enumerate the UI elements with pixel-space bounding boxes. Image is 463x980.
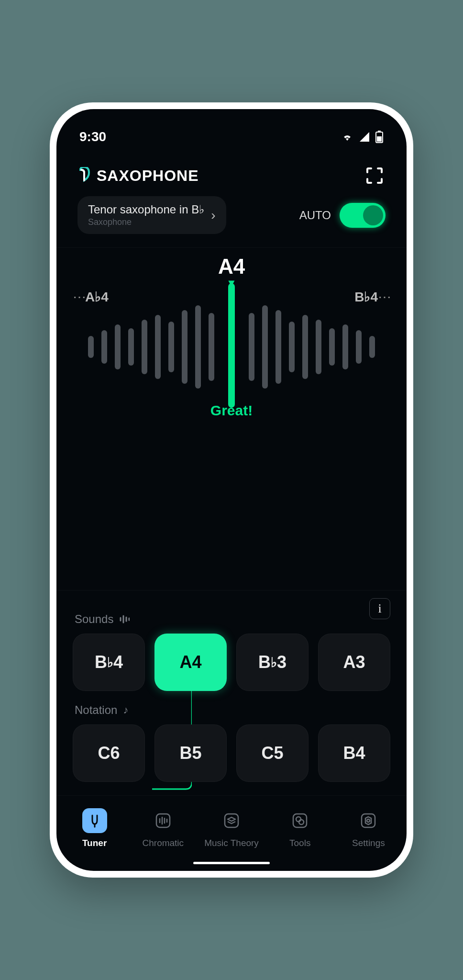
tuner-display: A4 ▼ ⋯ A♭4 B♭4 ⋯	[56, 247, 407, 506]
svg-rect-20	[342, 324, 348, 369]
auto-toggle-group: AUTO	[299, 203, 386, 228]
settings-icon	[356, 808, 381, 833]
svg-rect-5	[115, 324, 121, 369]
notation-pitch-B4[interactable]: B4	[318, 724, 390, 782]
status-time: 9:30	[79, 129, 106, 145]
nav-label: Music Theory	[204, 838, 259, 848]
signal-icon	[359, 132, 370, 142]
svg-rect-9	[168, 322, 174, 372]
status-icons	[341, 131, 384, 143]
svg-rect-21	[356, 330, 362, 364]
svg-rect-16	[289, 322, 295, 372]
nav-item-music-theory[interactable]: Music Theory	[197, 808, 265, 848]
nav-label: Tuner	[82, 838, 107, 848]
notation-pitch-B5[interactable]: B5	[154, 724, 227, 782]
svg-rect-22	[369, 336, 375, 358]
svg-rect-2	[377, 136, 382, 142]
note-icon: ♪	[123, 704, 128, 716]
current-note: A4	[73, 255, 390, 278]
music-theory-icon	[219, 808, 244, 833]
battery-icon	[375, 131, 384, 143]
meter-graphic	[78, 278, 385, 412]
nav-item-settings[interactable]: Settings	[334, 808, 403, 848]
notation-pitch-C6[interactable]: C6	[73, 724, 145, 782]
device-frame: 9:30 SAXOPHONE	[50, 102, 413, 878]
chevron-right-icon: ›	[211, 208, 215, 223]
svg-rect-19	[329, 328, 335, 366]
app-header: SAXOPHONE	[56, 147, 407, 196]
auto-toggle[interactable]	[340, 203, 386, 228]
pitch-meter	[73, 281, 390, 410]
instrument-name: Tenor saxophone in B♭	[88, 203, 204, 216]
sounds-pitch-B♭3[interactable]: B♭3	[236, 634, 309, 691]
instrument-category: Saxophone	[88, 217, 204, 227]
sounds-label-row: Sounds	[75, 612, 388, 626]
svg-rect-12	[209, 313, 214, 381]
auto-label: AUTO	[299, 209, 331, 222]
svg-rect-10	[182, 310, 187, 384]
svg-rect-3	[88, 336, 94, 358]
app-branding: SAXOPHONE	[77, 167, 198, 185]
svg-rect-23	[228, 283, 235, 408]
svg-point-39	[367, 819, 370, 822]
bottom-nav: TunerChromaticMusic TheoryToolsSettings	[56, 795, 407, 857]
fullscreen-icon	[365, 167, 384, 185]
svg-rect-17	[302, 315, 308, 379]
notation-grid: C6B5C5B4	[73, 724, 390, 782]
svg-rect-28	[156, 814, 170, 827]
svg-rect-37	[362, 814, 375, 827]
pitch-section: i Sounds B♭4A4B♭3A3 Notation ♪ C6B5C5B4	[56, 590, 407, 782]
svg-rect-11	[195, 305, 201, 389]
nav-item-tools[interactable]: Tools	[266, 808, 334, 848]
instrument-selector[interactable]: Tenor saxophone in B♭ Saxophone ›	[77, 196, 226, 234]
info-button[interactable]: i	[369, 598, 390, 619]
svg-rect-15	[276, 310, 281, 384]
svg-rect-7	[142, 320, 147, 374]
chromatic-icon	[151, 808, 176, 833]
nav-label: Tools	[289, 838, 310, 848]
notation-pitch-C5[interactable]: C5	[236, 724, 309, 782]
info-icon: i	[378, 601, 381, 616]
selector-row: Tenor saxophone in B♭ Saxophone › AUTO	[56, 196, 407, 247]
svg-rect-6	[128, 328, 134, 366]
app-logo-icon	[77, 167, 93, 184]
home-indicator	[193, 862, 270, 864]
status-bar: 9:30	[56, 109, 407, 147]
sounds-pitch-B♭4[interactable]: B♭4	[73, 634, 145, 691]
nav-label: Chromatic	[143, 838, 184, 848]
sounds-grid: B♭4A4B♭3A3	[73, 634, 390, 691]
nav-label: Settings	[352, 838, 385, 848]
sounds-pitch-A3[interactable]: A3	[318, 634, 390, 691]
notation-label: Notation	[75, 703, 117, 717]
svg-rect-18	[316, 320, 321, 374]
svg-rect-8	[155, 315, 161, 379]
wifi-icon	[341, 132, 354, 142]
nav-item-chromatic[interactable]: Chromatic	[129, 808, 197, 848]
toggle-knob	[363, 205, 383, 225]
soundwave-icon	[119, 615, 130, 624]
tools-icon	[287, 808, 312, 833]
screen: 9:30 SAXOPHONE	[56, 109, 407, 871]
svg-rect-4	[101, 330, 107, 364]
nav-item-tuner[interactable]: Tuner	[60, 808, 129, 848]
svg-rect-13	[249, 313, 254, 381]
svg-point-36	[299, 820, 304, 824]
svg-rect-14	[262, 305, 268, 389]
svg-point-35	[296, 817, 301, 822]
app-title: SAXOPHONE	[97, 167, 198, 185]
tuner-icon	[82, 808, 107, 833]
fullscreen-button[interactable]	[364, 165, 386, 187]
sounds-label: Sounds	[75, 612, 113, 626]
sounds-pitch-A4[interactable]: A4	[154, 634, 227, 691]
notation-label-row: Notation ♪	[75, 703, 388, 717]
